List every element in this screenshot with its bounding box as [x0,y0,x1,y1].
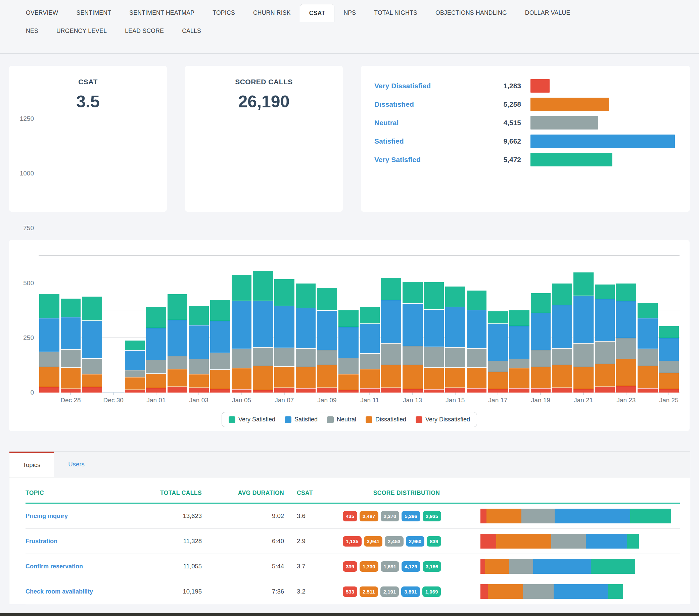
segment-vs [124,340,145,350]
topic-link[interactable]: Frustration [26,538,120,545]
bar-jan-20[interactable] [551,283,573,392]
nav-item-calls[interactable]: CALLS [173,22,210,40]
nav-item-csat[interactable]: CSAT [300,4,335,22]
nav-item-overview[interactable]: OVERVIEW [17,4,67,22]
bar-jan-11[interactable] [359,307,381,392]
segment-n [359,353,380,369]
bar-jan-12[interactable] [380,278,402,392]
nav-item-lead-score[interactable]: LEAD SCORE [116,22,173,40]
score-bar-segment-d [487,509,522,523]
segment-d [295,367,316,388]
bar-jan-21[interactable] [573,272,594,392]
segment-n [637,349,658,366]
bar-jan-05[interactable] [231,274,252,392]
score-badge-s: 3,891 [401,587,420,597]
table-row: Confirm reservation11,0555:443.73391,730… [26,554,680,579]
segment-vd [295,388,316,392]
bar-dec-27[interactable] [39,294,60,392]
nav-item-topics[interactable]: TOPICS [203,4,244,22]
distribution-bar [530,153,612,166]
segment-s [659,338,680,361]
segment-s [124,350,145,370]
bar-jan-14[interactable] [423,282,445,392]
distribution-value: 5,472 [475,156,530,164]
tab-topics[interactable]: Topics [9,452,54,477]
bar-jan-08[interactable] [295,283,317,392]
topics-table-card: Topics Users TOPIC TOTAL CALLS AVG DURAT… [9,451,690,604]
bar-dec-31[interactable] [124,340,146,392]
distribution-label[interactable]: Neutral [374,119,475,127]
bar-jan-02[interactable] [167,294,188,392]
segment-vd [424,389,445,392]
bar-jan-19[interactable] [530,293,552,392]
segment-vd [167,387,188,392]
topic-link[interactable]: Pricing inquiry [26,513,120,520]
bar-jan-16[interactable] [466,290,487,392]
nav-item-sentiment-heatmap[interactable]: SENTIMENT HEATMAP [120,4,203,22]
table-header-row: TOPIC TOTAL CALLS AVG DURATION CSAT SCOR… [26,490,680,503]
nav-item-objections-handling[interactable]: OBJECTIONS HANDLING [426,4,516,22]
segment-vd [466,388,487,392]
segment-vs [338,310,359,327]
nav-item-urgency-level[interactable]: URGENCY LEVEL [47,22,116,40]
segment-n [124,370,145,377]
distribution-label[interactable]: Very Satisfied [374,156,475,164]
bar-jan-23[interactable] [616,283,637,392]
bar-jan-01[interactable] [145,307,167,392]
segment-vs [509,310,530,326]
distribution-row: Dissatisfied5,258 [374,95,676,113]
bar-jan-03[interactable] [188,306,210,392]
score-bar [480,559,635,574]
segment-vs [381,278,401,300]
segment-d [124,377,145,390]
segment-vd [509,388,530,392]
segment-n [210,353,230,370]
segment-s [487,323,508,361]
csat-card-title: CSAT [9,78,167,86]
bar-jan-07[interactable] [274,279,295,392]
nav-item-churn-risk[interactable]: CHURN RISK [244,4,300,22]
segment-vs [210,299,230,321]
segment-n [509,359,530,368]
kpi-card-row: CSAT 3.5 SCORED CALLS 26,190 Very Dissat… [9,66,690,212]
topic-link[interactable]: Check room availability [26,588,120,595]
segment-n [82,358,102,374]
bar-jan-06[interactable] [252,270,274,392]
nav-item-sentiment[interactable]: SENTIMENT [67,4,120,22]
bar-jan-25[interactable] [658,326,680,392]
bar-jan-13[interactable] [402,281,423,392]
distribution-row: Very Satisfied5,472 [374,150,676,169]
legend-item-vs: Very Satisfied [229,416,275,423]
topic-link[interactable]: Confirm reservation [26,563,120,570]
distribution-bar [530,135,675,148]
segment-s [188,325,209,359]
segment-n [146,360,167,373]
distribution-label[interactable]: Very Dissatisfied [374,82,475,90]
nav-item-dollar-value[interactable]: DOLLAR VALUE [516,4,579,22]
segment-s [231,300,252,349]
segment-d [552,365,572,388]
tab-users[interactable]: Users [54,452,99,477]
bar-jan-15[interactable] [445,286,466,392]
x-tick-label: Dec 28 [61,397,81,404]
bar-jan-09[interactable] [316,287,338,392]
avg-duration-value: 5:44 [202,563,284,570]
segment-d [359,369,380,388]
nav-item-nes[interactable]: NES [17,22,47,40]
bar-jan-18[interactable] [509,310,530,392]
bar-jan-22[interactable] [594,284,616,392]
bar-jan-24[interactable] [637,303,658,392]
bar-jan-10[interactable] [338,310,359,392]
distribution-label[interactable]: Satisfied [374,137,475,145]
bar-dec-29[interactable] [81,296,103,392]
distribution-label[interactable]: Dissatisfied [374,100,475,108]
segment-vd [252,390,273,392]
bar-dec-28[interactable] [60,298,82,392]
nav-item-total-nights[interactable]: TOTAL NIGHTS [365,4,426,22]
nav-item-nps[interactable]: NPS [334,4,365,22]
x-tick-mark [541,392,541,395]
y-tick-label: 0 [30,389,34,396]
bar-jan-04[interactable] [210,299,231,392]
bar-jan-17[interactable] [487,311,509,392]
score-bar-track [480,584,680,599]
